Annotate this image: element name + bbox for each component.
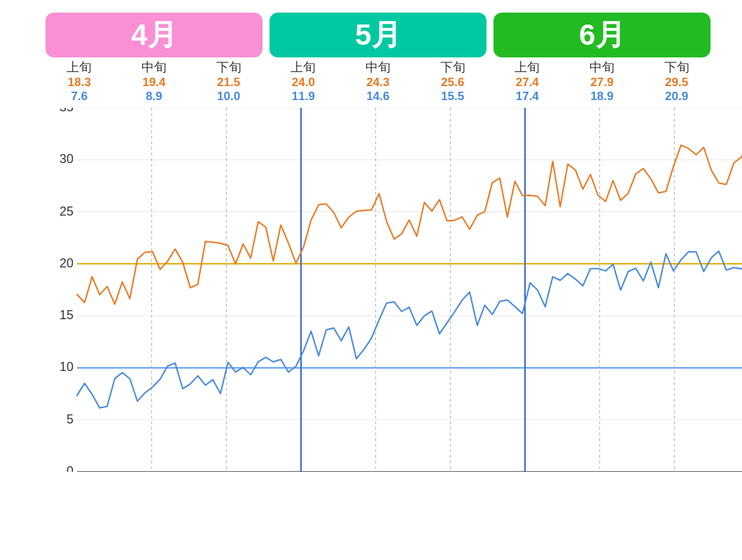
period-block-0-1: 中旬19.48.9 (117, 59, 192, 104)
period-block-0-2: 下旬21.510.0 (191, 59, 266, 104)
chart-area: 05101520253035 (42, 108, 735, 472)
temp-high-0-0: 18.3 (68, 76, 91, 90)
period-block-2-2: 下旬29.520.9 (639, 59, 714, 104)
month-block-1: 5月 (266, 13, 490, 57)
period-label-0-0: 上旬 (66, 59, 92, 76)
svg-text:5: 5 (66, 412, 74, 426)
header-row: 4月5月6月 (42, 13, 735, 57)
temp-low-1-2: 15.5 (441, 90, 464, 104)
svg-text:10: 10 (59, 360, 74, 374)
temp-low-1-1: 14.6 (366, 90, 389, 104)
month-label-0: 4月 (46, 13, 262, 57)
temp-high-0-2: 21.5 (217, 76, 240, 90)
period-label-0-1: 中旬 (141, 59, 167, 76)
period-label-2-2: 下旬 (664, 59, 690, 76)
period-label-0-2: 下旬 (216, 59, 241, 76)
chart-container: 4月5月6月 上旬18.37.6中旬19.48.9下旬21.510.0上旬24.… (0, 0, 742, 560)
temp-high-1-0: 24.0 (292, 76, 315, 90)
svg-text:25: 25 (59, 204, 74, 218)
period-block-1-2: 下旬25.615.5 (415, 59, 490, 104)
period-block-2-1: 中旬27.918.9 (565, 59, 640, 104)
periods-row: 上旬18.37.6中旬19.48.9下旬21.510.0上旬24.011.9中旬… (42, 59, 735, 104)
temp-high-1-2: 25.6 (441, 76, 464, 90)
temp-low-2-2: 20.9 (665, 90, 688, 104)
period-label-2-1: 中旬 (589, 59, 615, 76)
period-block-1-0: 上旬24.011.9 (266, 59, 341, 104)
temp-high-2-0: 27.4 (516, 76, 539, 90)
month-block-0: 4月 (42, 13, 266, 57)
svg-text:20: 20 (59, 256, 74, 270)
svg-text:0: 0 (66, 464, 74, 472)
month-label-2: 6月 (493, 13, 710, 57)
period-block-2-0: 上旬27.417.4 (490, 59, 565, 104)
month-label-1: 5月 (270, 13, 486, 57)
svg-text:30: 30 (59, 152, 74, 166)
temp-low-2-1: 18.9 (590, 90, 613, 104)
period-block-1-1: 中旬24.314.6 (341, 59, 416, 104)
svg-text:35: 35 (59, 108, 74, 114)
temp-low-1-0: 11.9 (292, 90, 315, 104)
period-label-1-2: 下旬 (440, 59, 465, 76)
temp-low-2-0: 17.4 (516, 90, 539, 104)
temp-low-0-1: 8.9 (146, 90, 162, 104)
main-chart: 05101520253035 (42, 108, 742, 472)
period-label-1-0: 上旬 (290, 59, 316, 76)
temp-high-0-1: 19.4 (142, 76, 165, 90)
temp-high-2-2: 29.5 (665, 76, 688, 90)
svg-text:15: 15 (59, 308, 74, 322)
month-block-2: 6月 (490, 13, 714, 57)
temp-low-0-0: 7.6 (71, 90, 88, 104)
period-label-2-0: 上旬 (514, 59, 540, 76)
temp-low-0-2: 10.0 (217, 90, 240, 104)
temp-high-1-1: 24.3 (366, 76, 389, 90)
period-label-1-1: 中旬 (365, 59, 391, 76)
period-block-0-0: 上旬18.37.6 (42, 59, 117, 104)
temp-high-2-1: 27.9 (590, 76, 613, 90)
